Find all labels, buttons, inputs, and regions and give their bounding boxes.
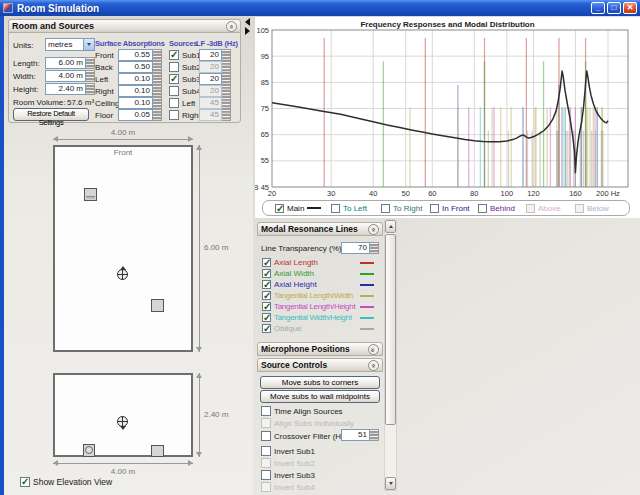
invert-sub3-checkbox[interactable] xyxy=(261,470,271,480)
spin-down-icon[interactable] xyxy=(86,76,95,82)
listener-elevation-marker[interactable] xyxy=(117,416,128,427)
modal-resonance-header-label: Modal Resonance Lines xyxy=(261,224,358,234)
microphone-positions-header[interactable]: Microphone Positions « xyxy=(257,342,383,356)
time-align-checkbox[interactable] xyxy=(261,406,271,416)
absorption-spinner-right[interactable]: 0.10 xyxy=(118,85,162,97)
svg-text:85: 85 xyxy=(261,78,269,87)
scrollbar-thumb[interactable] xyxy=(385,234,396,425)
lf-spinner-sub3[interactable]: 20 xyxy=(199,73,231,85)
sub3-plan-marker[interactable] xyxy=(151,299,164,312)
room-sources-header[interactable]: Room and Sources « xyxy=(8,19,241,33)
absorption-spinner-ceiling[interactable]: 0.10 xyxy=(118,97,162,109)
sub3-checkbox[interactable] xyxy=(169,74,179,84)
collapse-panel-icon[interactable]: « xyxy=(226,21,237,32)
time-align-row: Time Align Sources xyxy=(261,406,343,416)
scroll-down-icon[interactable] xyxy=(385,477,396,490)
minimize-button[interactable]: _ xyxy=(591,2,605,14)
line-transparency-spinner[interactable]: 70 xyxy=(341,242,379,254)
show-elevation-checkbox[interactable] xyxy=(20,477,30,487)
length-spinner[interactable]: 6.00 m xyxy=(45,57,95,69)
spin-down-icon[interactable] xyxy=(370,248,379,254)
invert-sub1-checkbox[interactable] xyxy=(261,446,271,456)
legend-to-left-checkbox[interactable] xyxy=(331,204,340,213)
dropdown-arrow-icon[interactable] xyxy=(84,38,95,51)
lf-spinner-sub1[interactable]: 20 xyxy=(199,49,231,61)
right-speaker-checkbox[interactable] xyxy=(169,110,179,120)
plan-view-room[interactable] xyxy=(53,145,193,352)
sub1-plan-marker[interactable] xyxy=(84,188,97,201)
axial-length-checkbox[interactable] xyxy=(262,258,271,267)
source-label: Left xyxy=(182,99,195,108)
absorption-value[interactable]: 0.10 xyxy=(118,85,153,97)
lf-value[interactable]: 20 xyxy=(199,73,222,85)
legend-in-front-checkbox[interactable] xyxy=(430,204,439,213)
move-subs-corners-button[interactable]: Move subs to corners xyxy=(260,376,380,389)
spin-down-icon[interactable] xyxy=(153,115,162,121)
splitter-collapse-left-icon[interactable] xyxy=(245,18,250,26)
elevation-view-room[interactable] xyxy=(53,373,193,457)
legend-to-right-checkbox[interactable] xyxy=(381,204,390,213)
width-spinner[interactable]: 4.00 m xyxy=(45,70,95,82)
scroll-up-icon[interactable] xyxy=(385,220,396,233)
sub3-elevation-marker[interactable] xyxy=(151,445,164,457)
spin-down-icon[interactable] xyxy=(86,89,95,95)
invert-sub2-checkbox xyxy=(261,458,271,468)
crossover-value[interactable]: 51 xyxy=(341,429,370,441)
crossover-checkbox[interactable] xyxy=(261,431,271,441)
oblique-checkbox[interactable] xyxy=(262,324,271,333)
axial-height-checkbox[interactable] xyxy=(262,280,271,289)
units-select[interactable]: metres xyxy=(45,38,95,51)
collapse-panel-icon[interactable]: « xyxy=(368,360,379,371)
absorption-label: Floor xyxy=(95,111,113,120)
absorption-value[interactable]: 0.10 xyxy=(118,73,153,85)
lf-value[interactable]: 20 xyxy=(199,49,222,61)
expand-panel-icon[interactable]: « xyxy=(368,344,379,355)
sub1-checkbox[interactable] xyxy=(169,50,179,60)
sub4-checkbox[interactable] xyxy=(169,86,179,96)
modal-line-label: Tangential Length/Height xyxy=(274,302,355,311)
tangential-width-height-checkbox[interactable] xyxy=(262,313,271,322)
absorption-spinner-left[interactable]: 0.10 xyxy=(118,73,162,85)
length-value[interactable]: 6.00 m xyxy=(45,57,86,69)
modal-resonance-header[interactable]: Modal Resonance Lines « xyxy=(257,222,383,236)
spin-down-icon[interactable] xyxy=(370,435,379,441)
width-value[interactable]: 4.00 m xyxy=(45,70,86,82)
height-spinner[interactable]: 2.40 m xyxy=(45,83,95,95)
frequency-plot[interactable]: 1059585756555dB 452030405060801001201602… xyxy=(255,28,640,200)
absorption-spinner-floor[interactable]: 0.05 xyxy=(118,109,162,121)
tangential-length-width-checkbox[interactable] xyxy=(262,291,271,300)
sub1-elevation-marker[interactable] xyxy=(83,444,95,457)
source-controls-header[interactable]: Source Controls « xyxy=(257,358,383,372)
legend-behind-checkbox[interactable] xyxy=(478,204,487,213)
restore-defaults-button[interactable]: Restore Default Settings xyxy=(13,108,89,121)
absorption-spinner-back[interactable]: 0.50 xyxy=(118,61,162,73)
move-subs-midpoints-button[interactable]: Move subs to wall midpoints xyxy=(260,390,380,403)
crossover-spinner[interactable]: 51 xyxy=(341,429,379,441)
legend-item-in-front: In Front xyxy=(430,204,470,213)
absorption-spinner-front[interactable]: 0.55 xyxy=(118,49,162,61)
absorption-value[interactable]: 0.50 xyxy=(118,61,153,73)
splitter-expand-right-icon[interactable] xyxy=(245,27,250,35)
close-button[interactable]: ✕ xyxy=(623,2,637,14)
transparency-value[interactable]: 70 xyxy=(341,242,370,254)
panels-scrollbar[interactable] xyxy=(384,219,397,491)
maximize-button[interactable]: □ xyxy=(607,2,621,14)
absorption-value[interactable]: 0.10 xyxy=(118,97,153,109)
absorption-value[interactable]: 0.05 xyxy=(118,109,153,121)
frequency-chart-panel: Frequency Responses and Modal Distributi… xyxy=(255,17,640,218)
listener-plan-marker[interactable] xyxy=(117,269,128,280)
absorption-value[interactable]: 0.55 xyxy=(118,49,153,61)
sub2-checkbox[interactable] xyxy=(169,62,179,72)
tangential-length-height-checkbox[interactable] xyxy=(262,302,271,311)
dim-arrow-left xyxy=(53,460,58,466)
legend-main-checkbox[interactable] xyxy=(275,204,284,213)
left-speaker-checkbox[interactable] xyxy=(169,98,179,108)
axial-width-checkbox[interactable] xyxy=(262,269,271,278)
source-label: Right xyxy=(182,111,201,120)
legend-item-main: Main xyxy=(275,204,321,213)
height-value[interactable]: 2.40 m xyxy=(45,83,86,95)
legend-item-below: Below xyxy=(575,204,609,213)
source-label: Sub2 xyxy=(182,63,201,72)
collapse-panel-icon[interactable]: « xyxy=(368,224,379,235)
spin-down-icon[interactable] xyxy=(86,63,95,69)
